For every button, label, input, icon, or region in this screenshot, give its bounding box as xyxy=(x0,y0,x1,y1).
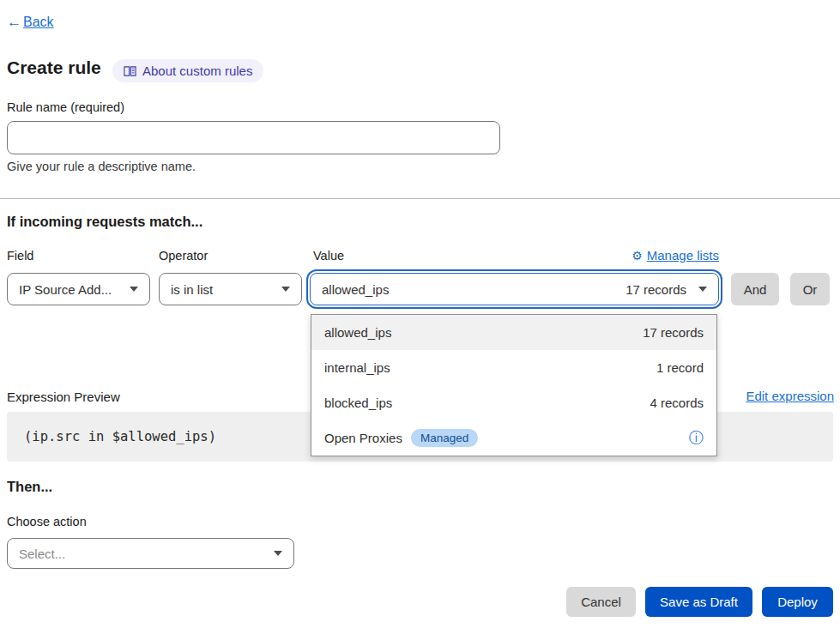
expression-preview-label: Expression Preview xyxy=(7,389,120,404)
list-option-allowed-ips[interactable]: allowed_ips 17 records xyxy=(311,315,716,350)
value-select-record-count: 17 records xyxy=(625,282,686,297)
list-option-record-count: 1 record xyxy=(656,360,704,375)
list-option-name: blocked_ips xyxy=(324,395,392,410)
chevron-down-icon xyxy=(281,287,290,292)
deploy-button[interactable]: Deploy xyxy=(762,587,833,617)
and-button[interactable]: And xyxy=(731,273,779,305)
list-option-name: Open Proxies xyxy=(324,431,402,445)
field-label: Field xyxy=(7,249,33,263)
back-link-label: Back xyxy=(23,15,54,30)
value-select[interactable]: allowed_ips 17 records xyxy=(310,273,719,305)
list-option-record-count: 4 records xyxy=(650,395,704,410)
expression-code: (ip.src in $allowed_ips) xyxy=(24,429,216,444)
rule-name-label: Rule name (required) xyxy=(7,100,124,114)
edit-expression-link[interactable]: Edit expression xyxy=(746,389,834,403)
field-select[interactable]: IP Source Add... xyxy=(7,273,150,305)
manage-lists-link[interactable]: ⚙ Manage lists xyxy=(632,248,719,263)
list-dropdown-panel: allowed_ips 17 records internal_ips 1 re… xyxy=(311,314,717,456)
match-section-heading: If incoming requests match... xyxy=(7,214,202,230)
book-icon xyxy=(124,65,136,77)
manage-lists-label: Manage lists xyxy=(647,248,719,263)
back-link[interactable]: ←Back xyxy=(7,14,54,31)
field-select-value: IP Source Add... xyxy=(19,282,112,297)
list-option-name: internal_ips xyxy=(324,360,390,375)
operator-select-value: is in list xyxy=(171,282,213,297)
or-button[interactable]: Or xyxy=(790,273,830,305)
chevron-down-icon xyxy=(698,287,707,292)
about-custom-rules-badge[interactable]: About custom rules xyxy=(112,59,263,82)
managed-badge: Managed xyxy=(411,429,478,447)
operator-select[interactable]: is in list xyxy=(159,273,302,305)
action-select[interactable]: Select... xyxy=(7,538,294,569)
rule-name-input[interactable] xyxy=(7,121,500,154)
then-section-heading: Then... xyxy=(7,479,52,495)
action-select-placeholder: Select... xyxy=(19,546,65,561)
list-option-name: allowed_ips xyxy=(324,325,391,340)
operator-label: Operator xyxy=(159,249,208,263)
list-option-open-proxies[interactable]: Open Proxies Managed ⓘ xyxy=(311,420,716,456)
page-title: Create rule xyxy=(7,57,101,78)
list-option-internal-ips[interactable]: internal_ips 1 record xyxy=(311,350,716,385)
chevron-down-icon xyxy=(274,551,282,556)
gear-icon: ⚙ xyxy=(632,249,643,263)
value-label: Value xyxy=(313,249,344,263)
create-rule-page: ←Back Create rule About custom rules Rul… xyxy=(0,0,840,634)
cancel-button[interactable]: Cancel xyxy=(566,587,636,617)
info-icon[interactable]: ⓘ xyxy=(689,431,704,445)
save-as-draft-button[interactable]: Save as Draft xyxy=(645,587,752,617)
list-option-record-count: 17 records xyxy=(643,325,704,340)
back-arrow-icon: ← xyxy=(7,14,21,31)
section-divider xyxy=(0,198,840,199)
choose-action-label: Choose action xyxy=(7,515,87,528)
rule-name-helper-text: Give your rule a descriptive name. xyxy=(7,160,196,173)
about-custom-rules-label: About custom rules xyxy=(142,63,252,78)
list-option-blocked-ips[interactable]: blocked_ips 4 records xyxy=(311,385,716,420)
chevron-down-icon xyxy=(130,287,138,292)
value-select-value: allowed_ips xyxy=(322,282,389,297)
